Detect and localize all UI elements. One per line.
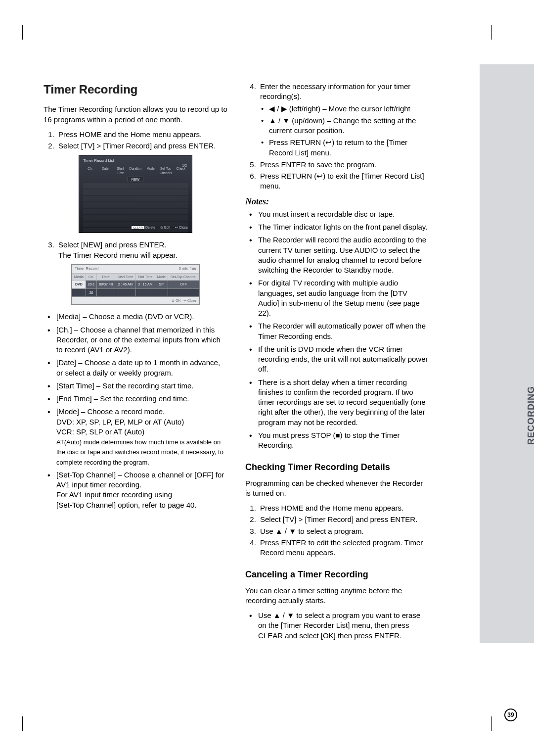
- clear-btn: CLEAR: [132, 226, 144, 229]
- th: End Time: [135, 273, 155, 280]
- th: Start Time: [115, 273, 136, 280]
- field-item: [Set-Top Channel] – Choose a channel or …: [56, 470, 227, 510]
- section-tab-label: RECORDING: [525, 386, 534, 445]
- td: SP: [155, 281, 168, 288]
- steps-list-b: Select [NEW] and press ENTER. The Timer …: [44, 240, 227, 260]
- note-item: For digital TV recording with multiple a…: [258, 278, 429, 318]
- steps-list-c: Enter the necessary information for your…: [245, 82, 429, 191]
- step-item: Press RETURN (↩) to exit the [Timer Reco…: [258, 171, 429, 191]
- sub-item: ◀ / ▶ (left/right) – Move the cursor lef…: [269, 104, 429, 114]
- col: Date: [98, 167, 113, 176]
- td: OFF: [168, 281, 199, 288]
- screenshot-footer: CLEAR Delete ⊙ Edit ↩ Close: [132, 225, 188, 230]
- screenshot-title: Timer Record: [75, 266, 98, 272]
- close-label: ↩ Close: [183, 299, 196, 302]
- screenshot-title: Timer Record List: [83, 158, 188, 164]
- th: Media: [72, 273, 86, 280]
- delete-label: Delete: [145, 226, 155, 229]
- ok-label: ⊙ OK: [172, 299, 180, 302]
- screenshot-table-head: Ch. Date Start Time Duration Mode Set-To…: [83, 166, 188, 177]
- check-title: Checking Timer Recording Details: [245, 461, 429, 473]
- screenshot-page-indicator: 1/2: [182, 163, 187, 168]
- col: Mode: [143, 167, 158, 176]
- section-tab: RECORDING: [480, 64, 534, 643]
- line: VCR: SP, SLP or AT (Auto): [56, 427, 144, 436]
- td: 2 : 46 AM: [115, 281, 136, 288]
- col: Set-Top Channel: [159, 167, 173, 176]
- line: Enter the necessary information for your…: [260, 82, 410, 100]
- left-column: Timer Recording The Timer Recording func…: [44, 82, 227, 644]
- th: Ch.: [86, 273, 96, 280]
- td: 3 : 16 AM: [135, 281, 155, 288]
- note-item: You must insert a recordable disc or tap…: [258, 209, 429, 219]
- step-item: Press ENTER to edit the selected program…: [258, 538, 429, 558]
- line: DVD: XP, SP, LP, EP, MLP or AT (Auto): [56, 418, 184, 426]
- timer-record-list-screenshot: Timer Record List 1/2 Ch. Date Start Tim…: [79, 155, 192, 233]
- step-item: Use ▲ / ▼ to select a program.: [258, 526, 429, 536]
- td: DVD: [72, 281, 86, 288]
- field-item: [Mode] – Choose a record mode. DVD: XP, …: [56, 407, 227, 467]
- col: Start Time: [113, 167, 128, 176]
- line: For AV1 input timer recording using: [56, 490, 172, 499]
- step-item: Press ENTER to save the program.: [258, 160, 429, 170]
- new-button: NEW: [128, 177, 143, 182]
- steps-list-a: Press HOME and the Home menu appears. Se…: [44, 130, 227, 151]
- note-item: There is a short delay when a timer reco…: [258, 378, 429, 427]
- page-number: 39: [504, 709, 517, 721]
- page-title: Timer Recording: [44, 82, 227, 97]
- page-content: Timer Recording The Timer Recording func…: [44, 82, 429, 644]
- crop-mark: [22, 716, 23, 731]
- crop-mark: [22, 25, 23, 40]
- note-item: You must press STOP (■) to stop the Time…: [258, 430, 429, 451]
- field-item: [End Time] – Set the recording end time.: [56, 394, 227, 404]
- notes-header: Notes:: [245, 195, 429, 207]
- note-item: If the unit is DVD mode when the VCR tim…: [258, 344, 429, 375]
- sub-list: ◀ / ▶ (left/right) – Move the cursor lef…: [260, 104, 429, 158]
- crop-mark: [491, 25, 492, 40]
- check-steps: Press HOME and the Home menu appears. Se…: [245, 503, 429, 558]
- step-item: Select [NEW] and press ENTER. The Timer …: [56, 240, 227, 260]
- cancel-list: Use ▲ / ▼ to select a program you want t…: [245, 611, 429, 641]
- right-column: Enter the necessary information for your…: [245, 82, 429, 644]
- step-item: Press HOME and the Home menu appears.: [56, 130, 227, 140]
- note-item: The Timer indicator lights on the front …: [258, 222, 429, 232]
- th: Mode: [155, 273, 168, 280]
- free-indicator: 0 min free: [178, 266, 196, 272]
- line: [Set-Top Channel] option, refer to page …: [56, 501, 197, 509]
- td: 20-1: [86, 281, 96, 288]
- cancel-title: Canceling a Timer Recording: [245, 568, 429, 580]
- field-item: [Ch.] – Choose a channel that memorized …: [56, 325, 227, 355]
- edit-label: ⊙ Edit: [160, 225, 170, 230]
- col: Ch.: [83, 167, 97, 176]
- step-item: Select [TV] > [Timer Record] and press E…: [56, 141, 227, 151]
- step-item: Enter the necessary information for your…: [258, 82, 429, 158]
- line: The Timer Record menu will appear.: [58, 251, 178, 259]
- check-intro: Programming can be checked whenever the …: [245, 478, 429, 499]
- timer-record-screenshot: Timer Record 0 min free Media Ch. Date S…: [71, 264, 200, 305]
- step-item: Press HOME and the Home menu appears.: [258, 503, 429, 513]
- note-item: The Recorder will automatically power of…: [258, 321, 429, 341]
- td: 09/07 Fri: [97, 281, 115, 288]
- sub-item: ▲ / ▼ (up/down) – Change the setting at …: [269, 116, 429, 136]
- cancel-item: Use ▲ / ▼ to select a program you want t…: [258, 611, 429, 641]
- th: Date: [97, 273, 115, 280]
- field-list: [Media] – Choose a media (DVD or VCR). […: [44, 312, 227, 510]
- col: Duration: [129, 167, 143, 176]
- line: [Set-Top Channel] – Choose a channel or …: [56, 471, 224, 489]
- sub-item: Press RETURN (↩) to return to the [Timer…: [269, 138, 429, 158]
- field-item: [Start Time] – Set the recording start t…: [56, 381, 227, 391]
- step-item: Select [TV] > [Timer Record] and press E…: [258, 515, 429, 524]
- field-item: [Media] – Choose a media (DVD or VCR).: [56, 312, 227, 322]
- cancel-intro: You can clear a timer setting anytime be…: [245, 586, 429, 606]
- intro-text: The Timer Recording function allows you …: [44, 104, 227, 125]
- field-item: [Date] – Choose a date up to 1 month in …: [56, 358, 227, 378]
- td: 20: [86, 288, 96, 296]
- screenshot-table: Media Ch. Date Start Time End Time Mode …: [72, 273, 199, 297]
- th: Set-Top Channel: [168, 273, 199, 280]
- line: Select [NEW] and press ENTER.: [58, 240, 166, 249]
- notes-list: You must insert a recordable disc or tap…: [245, 209, 429, 451]
- crop-mark: [491, 716, 492, 731]
- note: AT(Auto) mode determines how much time i…: [56, 438, 223, 466]
- close-label: ↩ Close: [175, 225, 188, 230]
- line: [Mode] – Choose a record mode.: [56, 407, 165, 416]
